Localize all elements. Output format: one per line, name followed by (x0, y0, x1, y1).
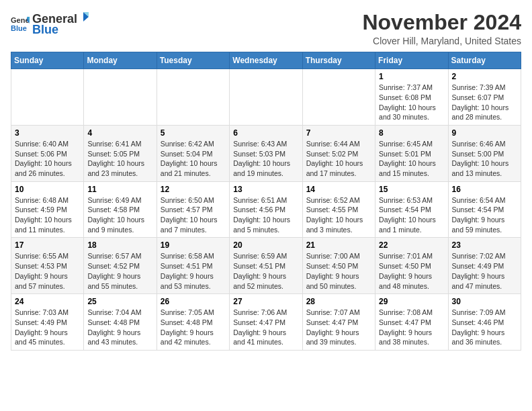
calendar-cell: 12Sunrise: 6:50 AM Sunset: 4:57 PM Dayli… (157, 181, 229, 238)
calendar-cell (157, 69, 229, 126)
day-number: 22 (379, 240, 444, 250)
day-number: 11 (87, 185, 152, 194)
day-info: Sunrise: 6:48 AM Sunset: 4:59 PM Dayligh… (15, 195, 80, 235)
day-info: Sunrise: 6:49 AM Sunset: 4:58 PM Dayligh… (87, 195, 152, 235)
day-number: 26 (161, 297, 226, 306)
day-info: Sunrise: 7:03 AM Sunset: 4:49 PM Dayligh… (15, 308, 80, 347)
calendar-cell: 20Sunrise: 6:59 AM Sunset: 4:51 PM Dayli… (230, 238, 302, 294)
day-number: 2 (452, 72, 517, 81)
day-info: Sunrise: 7:07 AM Sunset: 4:47 PM Dayligh… (306, 308, 371, 347)
day-info: Sunrise: 7:06 AM Sunset: 4:47 PM Dayligh… (233, 308, 298, 347)
weekday-header: Tuesday (157, 52, 229, 69)
day-number: 19 (161, 240, 226, 250)
calendar-week-row: 3Sunrise: 6:40 AM Sunset: 5:06 PM Daylig… (11, 125, 521, 181)
day-number: 13 (233, 185, 298, 194)
calendar-cell (302, 69, 375, 126)
day-info: Sunrise: 6:53 AM Sunset: 4:54 PM Dayligh… (379, 195, 444, 235)
calendar-header-row: SundayMondayTuesdayWednesdayThursdayFrid… (11, 52, 521, 69)
day-number: 30 (452, 297, 517, 306)
day-info: Sunrise: 6:52 AM Sunset: 4:55 PM Dayligh… (306, 195, 371, 235)
calendar-cell: 10Sunrise: 6:48 AM Sunset: 4:59 PM Dayli… (11, 181, 84, 238)
calendar-cell: 29Sunrise: 7:08 AM Sunset: 4:47 PM Dayli… (375, 294, 448, 351)
day-number: 6 (233, 128, 298, 138)
day-number: 1 (379, 72, 444, 81)
day-number: 21 (306, 240, 371, 250)
day-number: 4 (87, 128, 152, 138)
day-number: 29 (379, 297, 444, 306)
day-info: Sunrise: 6:59 AM Sunset: 4:51 PM Dayligh… (233, 251, 298, 291)
calendar-cell: 22Sunrise: 7:01 AM Sunset: 4:50 PM Dayli… (375, 238, 448, 294)
weekday-header: Sunday (11, 52, 84, 69)
page-header: General Blue General Blue November 2024 … (11, 11, 521, 46)
day-number: 3 (15, 128, 80, 138)
calendar-week-row: 10Sunrise: 6:48 AM Sunset: 4:59 PM Dayli… (11, 181, 521, 238)
calendar-table: SundayMondayTuesdayWednesdayThursdayFrid… (11, 52, 521, 351)
calendar-cell: 2Sunrise: 7:39 AM Sunset: 6:07 PM Daylig… (448, 69, 521, 126)
calendar-cell: 18Sunrise: 6:57 AM Sunset: 4:52 PM Dayli… (84, 238, 157, 294)
day-number: 10 (15, 185, 80, 194)
logo-icon: General Blue (11, 14, 30, 33)
day-info: Sunrise: 7:02 AM Sunset: 4:49 PM Dayligh… (452, 251, 517, 291)
day-number: 27 (233, 297, 298, 306)
svg-text:Blue: Blue (11, 24, 27, 32)
day-info: Sunrise: 6:40 AM Sunset: 5:06 PM Dayligh… (15, 139, 80, 179)
day-info: Sunrise: 6:54 AM Sunset: 4:54 PM Dayligh… (452, 195, 517, 235)
day-info: Sunrise: 7:37 AM Sunset: 6:08 PM Dayligh… (379, 83, 444, 122)
calendar-cell: 30Sunrise: 7:09 AM Sunset: 4:46 PM Dayli… (448, 294, 521, 351)
title-block: November 2024 Clover Hill, Maryland, Uni… (362, 11, 521, 46)
day-number: 14 (306, 185, 371, 194)
day-info: Sunrise: 7:00 AM Sunset: 4:50 PM Dayligh… (306, 251, 371, 291)
weekday-header: Thursday (302, 52, 375, 69)
calendar-week-row: 17Sunrise: 6:55 AM Sunset: 4:53 PM Dayli… (11, 238, 521, 294)
day-info: Sunrise: 6:46 AM Sunset: 5:00 PM Dayligh… (452, 139, 517, 179)
day-number: 24 (15, 297, 80, 306)
calendar-cell: 21Sunrise: 7:00 AM Sunset: 4:50 PM Dayli… (302, 238, 375, 294)
day-info: Sunrise: 6:50 AM Sunset: 4:57 PM Dayligh… (161, 195, 226, 235)
day-info: Sunrise: 7:08 AM Sunset: 4:47 PM Dayligh… (379, 308, 444, 347)
calendar-cell: 23Sunrise: 7:02 AM Sunset: 4:49 PM Dayli… (448, 238, 521, 294)
calendar-cell: 19Sunrise: 6:58 AM Sunset: 4:51 PM Dayli… (157, 238, 229, 294)
calendar-cell (84, 69, 157, 126)
day-info: Sunrise: 6:43 AM Sunset: 5:03 PM Dayligh… (233, 139, 298, 179)
calendar-cell: 24Sunrise: 7:03 AM Sunset: 4:49 PM Dayli… (11, 294, 84, 351)
calendar-cell (11, 69, 84, 126)
day-number: 28 (306, 297, 371, 306)
day-number: 23 (452, 240, 517, 250)
month-title: November 2024 (362, 11, 521, 34)
logo: General Blue General Blue (11, 11, 91, 37)
day-number: 12 (161, 185, 226, 194)
calendar-cell: 27Sunrise: 7:06 AM Sunset: 4:47 PM Dayli… (230, 294, 302, 351)
day-info: Sunrise: 6:45 AM Sunset: 5:01 PM Dayligh… (379, 139, 444, 179)
calendar-cell: 16Sunrise: 6:54 AM Sunset: 4:54 PM Dayli… (448, 181, 521, 238)
calendar-cell: 25Sunrise: 7:04 AM Sunset: 4:48 PM Dayli… (84, 294, 157, 351)
calendar-cell: 7Sunrise: 6:44 AM Sunset: 5:02 PM Daylig… (302, 125, 375, 181)
calendar-cell: 3Sunrise: 6:40 AM Sunset: 5:06 PM Daylig… (11, 125, 84, 181)
day-number: 16 (452, 185, 517, 194)
weekday-header: Monday (84, 52, 157, 69)
day-info: Sunrise: 7:39 AM Sunset: 6:07 PM Dayligh… (452, 83, 517, 122)
day-number: 25 (87, 297, 152, 306)
calendar-week-row: 24Sunrise: 7:03 AM Sunset: 4:49 PM Dayli… (11, 294, 521, 351)
calendar-cell: 17Sunrise: 6:55 AM Sunset: 4:53 PM Dayli… (11, 238, 84, 294)
day-number: 8 (379, 128, 444, 138)
day-info: Sunrise: 7:09 AM Sunset: 4:46 PM Dayligh… (452, 308, 517, 347)
weekday-header: Friday (375, 52, 448, 69)
day-info: Sunrise: 6:51 AM Sunset: 4:56 PM Dayligh… (233, 195, 298, 235)
day-number: 5 (161, 128, 226, 138)
calendar-cell: 13Sunrise: 6:51 AM Sunset: 4:56 PM Dayli… (230, 181, 302, 238)
day-number: 17 (15, 240, 80, 250)
day-number: 15 (379, 185, 444, 194)
day-info: Sunrise: 6:44 AM Sunset: 5:02 PM Dayligh… (306, 139, 371, 179)
calendar-cell: 26Sunrise: 7:05 AM Sunset: 4:48 PM Dayli… (157, 294, 229, 351)
weekday-header: Saturday (448, 52, 521, 69)
day-info: Sunrise: 7:05 AM Sunset: 4:48 PM Dayligh… (161, 308, 226, 347)
calendar-week-row: 1Sunrise: 7:37 AM Sunset: 6:08 PM Daylig… (11, 69, 521, 126)
day-number: 7 (306, 128, 371, 138)
day-info: Sunrise: 6:41 AM Sunset: 5:05 PM Dayligh… (87, 139, 152, 179)
calendar-cell: 14Sunrise: 6:52 AM Sunset: 4:55 PM Dayli… (302, 181, 375, 238)
calendar-cell: 4Sunrise: 6:41 AM Sunset: 5:05 PM Daylig… (84, 125, 157, 181)
calendar-cell: 11Sunrise: 6:49 AM Sunset: 4:58 PM Dayli… (84, 181, 157, 238)
calendar-cell: 9Sunrise: 6:46 AM Sunset: 5:00 PM Daylig… (448, 125, 521, 181)
calendar-cell: 5Sunrise: 6:42 AM Sunset: 5:04 PM Daylig… (157, 125, 229, 181)
day-number: 20 (233, 240, 298, 250)
